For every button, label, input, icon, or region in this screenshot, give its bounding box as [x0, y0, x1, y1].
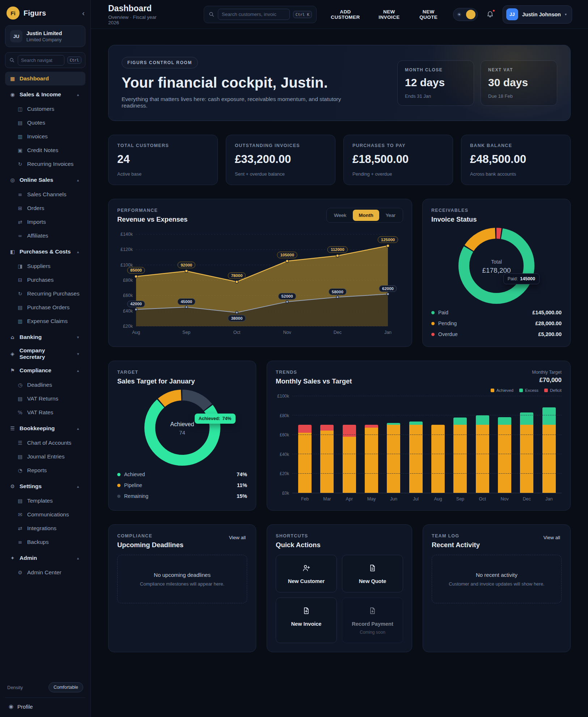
- empty-state-title: No upcoming deadlines: [154, 572, 211, 578]
- sidebar-section-settings[interactable]: ⚙Settings▴: [5, 479, 85, 494]
- svg-text:58000: 58000: [332, 290, 343, 294]
- sidebar-item-communications[interactable]: ✉Communications: [5, 508, 85, 521]
- quick-action-new-invoice[interactable]: New Invoice: [276, 598, 337, 643]
- header-search-input[interactable]: [218, 9, 290, 20]
- sidebar-item-suppliers[interactable]: ◨Suppliers: [5, 259, 85, 273]
- sidebar-item-profile[interactable]: ◉ Profile: [5, 697, 85, 711]
- trend-legend-achieved: Achieved: [491, 388, 513, 393]
- vat-returns-icon: ▤: [17, 396, 24, 401]
- svg-text:Sep: Sep: [182, 330, 190, 335]
- tab-year[interactable]: Year: [380, 210, 401, 221]
- legend-value: 15%: [237, 493, 247, 499]
- invoice-status-donut: Total £178,200 Paid: 145000: [458, 228, 534, 305]
- sidebar-section-banking[interactable]: ⌂Banking▾: [5, 330, 85, 345]
- sidebar-item-recurring-invoices[interactable]: ↻Recurring Invoices: [5, 157, 85, 171]
- user-menu[interactable]: JJ Justin Johnson ▾: [503, 5, 572, 24]
- density-toggle[interactable]: Comfortable: [48, 682, 83, 692]
- company-card[interactable]: JU Justin Limited Limited Company: [5, 25, 85, 47]
- sidebar-collapse-button[interactable]: ‹: [82, 9, 85, 17]
- sidebar-item-sales-channels[interactable]: ≡Sales Channels: [5, 188, 85, 201]
- x-axis-labels: FebMarAprMayJunJulAugSepOctNovDecJan: [292, 496, 562, 502]
- tab-week[interactable]: Week: [328, 210, 352, 221]
- header-search-shortcut: Ctrl K: [293, 11, 312, 18]
- deadlines-view-all-link[interactable]: View all: [228, 533, 247, 542]
- svg-text:52000: 52000: [282, 294, 293, 298]
- receivables-section-label: RECEIVABLES: [431, 208, 477, 213]
- sidebar-item-backups[interactable]: ≡Backups: [5, 535, 85, 549]
- sidebar-section-purchases-costs[interactable]: ◧Purchases & Costs▴: [5, 244, 85, 259]
- sidebar-item-imports[interactable]: ⇄Imports: [5, 215, 85, 229]
- header-actions: ADD CUSTOMER NEW INVOICE NEW QUOTE: [323, 5, 447, 24]
- admin-center-icon: ⚙: [17, 570, 24, 575]
- next-vat-note: Due 18 Feb: [488, 93, 550, 99]
- month-close-label: MONTH CLOSE: [405, 67, 466, 72]
- sidebar-section-bookkeeping[interactable]: ☰Bookkeeping▴: [5, 421, 85, 436]
- quick-action-new-customer[interactable]: New Customer: [276, 555, 337, 592]
- nav-item-label: Imports: [27, 219, 46, 225]
- legend-row-remaining: Remaining15%: [117, 493, 247, 499]
- sidebar-item-invoices[interactable]: ▥Invoices: [5, 130, 85, 143]
- sidebar-item-integrations[interactable]: ⇄Integrations: [5, 521, 85, 535]
- hero-card: FIGURS CONTROL ROOM Your financial cockp…: [108, 45, 571, 121]
- sidebar-item-journal-entries[interactable]: ▤Journal Entries: [5, 450, 85, 464]
- sidebar-item-templates[interactable]: ▤Templates: [5, 494, 85, 508]
- sidebar-section-online-sales[interactable]: ◎Online Sales▴: [5, 172, 85, 188]
- quick-action-label: Record Payment: [352, 621, 393, 627]
- svg-text:38000: 38000: [231, 316, 242, 320]
- quick-action-new-quote[interactable]: New Quote: [342, 555, 403, 592]
- svg-text:£100k: £100k: [120, 263, 133, 268]
- svg-text:£20k: £20k: [123, 324, 133, 329]
- svg-text:£40k: £40k: [123, 309, 133, 314]
- stat-card-purchases-to-pay: PURCHASES TO PAY£18,500.00Pending + over…: [343, 135, 453, 185]
- sidebar-item-credit-notes[interactable]: ▣Credit Notes: [5, 143, 85, 157]
- sidebar-item-reports[interactable]: ◔Reports: [5, 464, 85, 477]
- sidebar-item-deadlines[interactable]: ◷Deadlines: [5, 378, 85, 392]
- search-icon: [9, 57, 15, 63]
- sidebar-item-vat-rates[interactable]: %VAT Rates: [5, 406, 85, 419]
- sidebar-item-expense-claims[interactable]: ▥Expense Claims: [5, 314, 85, 328]
- page-subtitle: Overview · Fiscal year 2026: [108, 14, 162, 25]
- deadlines-icon: ◷: [17, 382, 24, 387]
- sidebar-item-purchase-orders[interactable]: ▤Purchase Orders: [5, 301, 85, 314]
- activity-view-all-link[interactable]: View all: [542, 533, 562, 542]
- stat-card-bank-balance: BANK BALANCE£48,500.00Across bank accoun…: [461, 135, 571, 185]
- payment-icon: [368, 607, 377, 616]
- header-search[interactable]: Ctrl K: [204, 6, 317, 23]
- sidebar-item-quotes[interactable]: ▤Quotes: [5, 116, 85, 130]
- nav-item-label: Deadlines: [27, 382, 52, 388]
- add-customer-button[interactable]: ADD CUSTOMER: [323, 5, 368, 24]
- sidebar-section-sales-income[interactable]: ◉Sales & Income▴: [5, 87, 85, 102]
- hero-subtitle: Everything that matters lives here: cash…: [122, 96, 360, 109]
- sidebar-item-orders[interactable]: ⊞Orders: [5, 201, 85, 215]
- notifications-button[interactable]: [484, 8, 496, 21]
- sidebar-search[interactable]: Ctrl: [5, 52, 85, 68]
- sidebar-item-customers[interactable]: ◫Customers: [5, 102, 85, 116]
- sidebar-item-vat-returns[interactable]: ▤VAT Returns: [5, 392, 85, 406]
- sidebar-section-admin[interactable]: ✦Admin▴: [5, 550, 85, 566]
- credit-notes-icon: ▣: [17, 148, 24, 153]
- stat-label: PURCHASES TO PAY: [352, 143, 444, 148]
- sidebar-item-recurring-purchases[interactable]: ↻Recurring Purchases: [5, 287, 85, 301]
- sidebar-section-compliance[interactable]: ⚑Compliance▴: [5, 363, 85, 378]
- upcoming-deadlines-card: COMPLIANCE Upcoming Deadlines View all N…: [108, 524, 256, 652]
- quick-action-record-payment: Record PaymentComing soon: [342, 598, 403, 643]
- legend-row-paid: Paid£145,000.00: [431, 310, 562, 315]
- tab-month[interactable]: Month: [353, 210, 379, 221]
- page-title: Dashboard: [108, 4, 162, 13]
- trends-card: TRENDS Monthly Sales vs Target Monthly T…: [267, 361, 571, 511]
- theme-toggle-knob: [466, 10, 475, 19]
- sidebar-item-dashboard[interactable]: ▦Dashboard: [5, 72, 85, 85]
- sidebar-item-affiliates[interactable]: ∞Affiliates: [5, 229, 85, 243]
- trends-title: Monthly Sales vs Target: [276, 377, 352, 385]
- sidebar-item-chart-of-accounts[interactable]: ☰Chart of Accounts: [5, 436, 85, 450]
- sidebar-section-company-secretary[interactable]: ◈Company Secretary▾: [5, 346, 85, 361]
- new-invoice-button[interactable]: NEW INVOICE: [370, 5, 408, 24]
- sidebar-item-purchases[interactable]: ⊟Purchases: [5, 273, 85, 287]
- sidebar-item-admin-center[interactable]: ⚙Admin Center: [5, 566, 85, 579]
- new-quote-button[interactable]: NEW QUOTE: [411, 5, 447, 24]
- legend-value: £145,000.00: [532, 310, 562, 315]
- quick-action-label: New Quote: [359, 578, 386, 584]
- nav-item-label: Recurring Invoices: [27, 161, 73, 167]
- sidebar-search-input[interactable]: [18, 55, 64, 66]
- theme-toggle[interactable]: ☀: [453, 8, 478, 21]
